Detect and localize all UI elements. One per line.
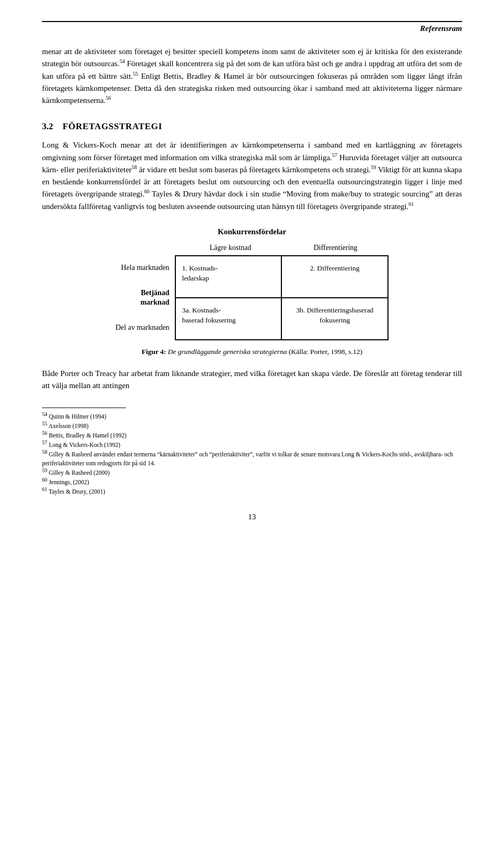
figure-4: Konkurrensfördelar Lägre kostnad Differe…	[116, 227, 388, 356]
footnotes: 54 Quinn & Hilmer (1994) 55 Axelsson (19…	[42, 412, 462, 496]
p9-text: Både Porter och Treacy har arbetat fram …	[42, 369, 462, 390]
cell2-text: 2. Differentiering	[310, 264, 360, 274]
cell4-text: 3b. Differentieringsbaserad fokusering	[288, 306, 381, 326]
paragraph-3: Både Porter och Treacy har arbetat fram …	[42, 368, 462, 392]
footnote-ref-56: 56	[106, 95, 111, 101]
figure-caption-normal: (Källa: Porter, 1998, s.12)	[289, 348, 362, 356]
figure-caption-bold: Figur 4:	[142, 348, 166, 356]
footnote-ref-59: 59	[371, 164, 376, 170]
p6-text: är vidare ett beslut som baseras på före…	[137, 165, 371, 174]
footnote-60: 60 Jennings, (2002)	[42, 478, 462, 487]
figure-caption: Figur 4: De grundläggande generiska stra…	[116, 348, 388, 356]
footnote-56: 56 Bettis, Bradley & Hamel (1992)	[42, 431, 462, 441]
cell-2-differentiering: 2. Differentiering	[281, 256, 388, 298]
header-title: Referensram	[420, 24, 462, 33]
cell-1-kostnads: 1. Kostnads-ledarskap	[175, 256, 282, 298]
page: Referensram menar att de aktiviteter som…	[0, 0, 504, 845]
figure-matrix: Hela marknaden Betjänadmarknad Del av ma…	[116, 255, 388, 340]
cell1-text: 1. Kostnads-ledarskap	[182, 264, 218, 284]
footnote-57: 57 Long & Vickers-Koch (1992)	[42, 441, 462, 450]
footnote-ref-60: 60	[144, 189, 150, 194]
col1-label: Lägre kostnad	[209, 244, 251, 252]
row3-label: Del av marknaden	[116, 323, 170, 332]
section-heading-32: 3.2 FÖRETAGSSTRATEGI	[42, 121, 462, 132]
paragraph-2: Long & Vickers-Koch menar att det är ide…	[42, 139, 462, 213]
cell-3b-differentieringsbaserad: 3b. Differentieringsbaserad fokusering	[281, 298, 388, 340]
footnote-54: 54 Quinn & Hilmer (1994)	[42, 412, 462, 422]
page-number: 13	[42, 513, 462, 521]
row1-label: Hela marknaden	[116, 263, 170, 273]
row2-label: Betjänadmarknad	[116, 288, 170, 307]
footnote-ref-61: 61	[408, 201, 414, 207]
cell3-text: 3a. Kostnads-baserad fokusering	[182, 306, 236, 326]
figure-grid: 1. Kostnads-ledarskap 2. Differentiering…	[175, 255, 388, 340]
section-title: FÖRETAGSSTRATEGI	[62, 121, 162, 132]
footnote-ref-57: 57	[332, 152, 337, 158]
cell-3a-kostnadsbaserad: 3a. Kostnads-baserad fokusering	[175, 298, 282, 340]
footnote-61: 61 Tayles & Drury, (2001)	[42, 487, 462, 497]
col2-label: Differentiering	[313, 244, 358, 252]
paragraph-1: menar att de aktiviteter som företaget e…	[42, 46, 462, 107]
header: Referensram	[42, 21, 462, 33]
footnote-58: 58 Gilley & Rasheed använder endast term…	[42, 450, 462, 469]
footnote-55: 55 Axelsson (1998)	[42, 422, 462, 431]
figure-title: Konkurrensfördelar	[116, 227, 388, 236]
footnote-ref-54: 54	[120, 58, 125, 64]
footnote-59: 59 Gilley & Rasheed (2000)	[42, 468, 462, 478]
footnote-ref-55: 55	[133, 71, 138, 77]
footnote-ref-58: 58	[132, 164, 137, 170]
section-number: 3.2	[42, 121, 53, 132]
figure-caption-italic: De grundläggande generiska strategierna	[168, 348, 287, 356]
footnote-divider	[42, 408, 126, 408]
figure-left-labels: Hela marknaden Betjänadmarknad Del av ma…	[116, 255, 175, 340]
